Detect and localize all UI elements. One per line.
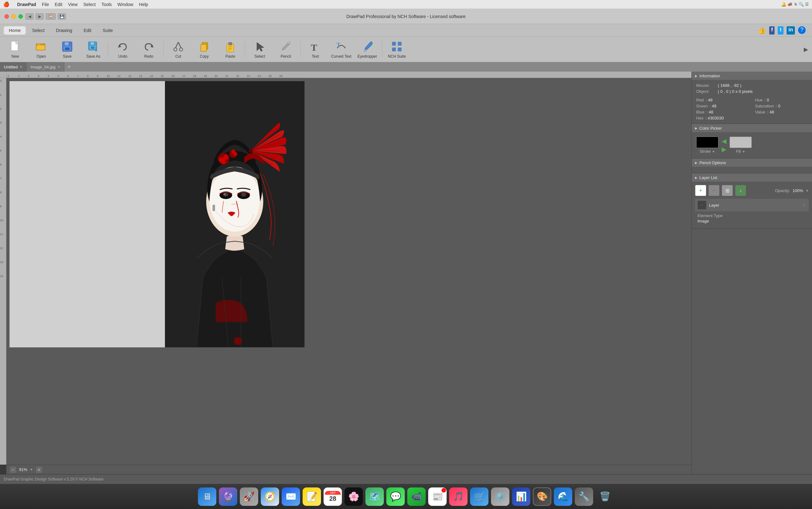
minimize-button[interactable] [11, 14, 16, 19]
fill-dropdown-arrow[interactable]: ▼ [742, 150, 745, 154]
forward-button[interactable]: ▶ [35, 13, 44, 20]
dock-launchpad[interactable]: 🚀 [240, 487, 258, 506]
dock-toolbox[interactable]: 🔧 [575, 487, 593, 506]
help-icon[interactable]: ? [798, 26, 806, 34]
stroke-dropdown-arrow[interactable]: ▼ [712, 150, 715, 154]
dock-messages[interactable]: 💬 [386, 487, 405, 506]
redo-tool-button[interactable]: Redo [136, 38, 161, 61]
remove-layer-button[interactable]: − [708, 185, 720, 196]
zoom-out-button[interactable]: − [9, 466, 17, 473]
toolbox-icon: 🔧 [579, 491, 590, 502]
export-layer-button[interactable]: ↓ [735, 185, 746, 196]
copy-tool-button[interactable]: Copy [192, 38, 217, 61]
dock-monodraw[interactable]: 📊 [512, 487, 530, 506]
save-tool-button[interactable]: Save [55, 38, 80, 61]
dock-stickies[interactable]: 🌊 [554, 487, 572, 506]
dock-news[interactable]: 📰 ! [428, 487, 447, 506]
nav-edit[interactable]: Edit [79, 26, 96, 35]
fullscreen-button[interactable] [19, 14, 23, 19]
hue-label: Hue [755, 98, 763, 102]
dock-appstore[interactable]: 🛒 [470, 487, 489, 506]
menubar-view[interactable]: View [68, 2, 78, 7]
dock-maps[interactable]: 🗺️ [365, 487, 384, 506]
dock-drawpad[interactable]: 🎨 [533, 487, 551, 506]
menubar-help[interactable]: Help [139, 2, 148, 7]
menubar-tools[interactable]: Tools [101, 2, 112, 7]
undo-tool-button[interactable]: Undo [110, 38, 135, 61]
canvas-area[interactable] [6, 78, 691, 465]
tab-image04-close[interactable]: ✕ [57, 65, 60, 69]
twitter-icon[interactable]: t [778, 26, 783, 35]
opacity-dropdown-arrow[interactable]: ▼ [806, 189, 809, 192]
dock-system-prefs[interactable]: ⚙️ [491, 487, 509, 506]
nav-suite[interactable]: Suite [98, 26, 118, 35]
pencil-options-header[interactable]: ▶ Pencil Options [692, 159, 812, 167]
dock-photos[interactable]: 🌸 [344, 487, 363, 506]
fill-color-swatch[interactable] [729, 137, 752, 148]
menubar-app-name[interactable]: DrawPad [17, 2, 36, 7]
canvas-image-element[interactable] [165, 81, 305, 347]
dock-safari[interactable]: 🧭 [261, 487, 279, 506]
menubar-select[interactable]: Select [84, 2, 96, 7]
dock-mail[interactable]: ✉️ [282, 487, 300, 506]
zoom-dropdown[interactable]: 91% [19, 467, 27, 472]
layer-visibility-check[interactable]: ✓ [802, 202, 806, 208]
eyedropper-tool-button[interactable]: Eyedropper [354, 38, 380, 61]
information-header[interactable]: ▶ Information [692, 72, 812, 80]
back-button[interactable]: ◀ [25, 13, 34, 20]
dock-calendar[interactable]: SEP 28 [323, 487, 342, 506]
stroke-color-swatch[interactable] [696, 137, 718, 148]
canvas-surface[interactable] [9, 81, 305, 347]
dock-trash[interactable]: 🗑️ [596, 487, 614, 506]
dock-finder[interactable]: 🖥 [198, 487, 216, 506]
cut-tool-button[interactable]: Cut [165, 38, 191, 61]
thumbs-up-icon[interactable]: 👍 [757, 26, 766, 35]
menubar-file[interactable]: File [42, 2, 49, 7]
nav-drawing[interactable]: Drawing [51, 26, 77, 35]
nav-select[interactable]: Select [27, 26, 50, 35]
open-tool-button[interactable]: Open [29, 38, 54, 61]
tab-image04[interactable]: Image_04.jpg ✕ [27, 62, 64, 72]
curved-text-tool-button[interactable]: T Curved Text [329, 38, 354, 61]
layer-collapse-icon[interactable]: − [697, 201, 707, 209]
select-tool-button[interactable]: Select [247, 38, 273, 61]
text-tool-button[interactable]: T Text [303, 38, 328, 61]
close-button[interactable] [4, 14, 9, 19]
save-as-tool-button[interactable]: + Save As [81, 38, 106, 61]
paste-tool-button[interactable]: Paste [218, 38, 243, 61]
merge-layer-button[interactable]: ⊞ [722, 185, 733, 196]
pencil-options-collapse-icon: ▶ [695, 161, 697, 165]
dock-music[interactable]: 🎵 [449, 487, 468, 506]
zoom-in-button[interactable]: + [35, 466, 42, 473]
pencil-tool-button[interactable]: Pencil [273, 38, 299, 61]
dock-notes[interactable]: 📝 [303, 487, 321, 506]
dock-siri[interactable]: 🔮 [219, 487, 237, 506]
home-button[interactable]: 🏠 [46, 13, 56, 20]
nch-suite-tool-button[interactable]: NCH Suite [384, 38, 409, 61]
swap-right-arrow[interactable]: ▶ [722, 145, 726, 153]
save-small-button[interactable]: 💾 [58, 13, 66, 20]
color-picker-header[interactable]: ▶ Color Picker [692, 124, 812, 132]
tab-untitled[interactable]: Untitled ✕ [0, 62, 27, 72]
menubar-edit[interactable]: Edit [55, 2, 62, 7]
layer-item[interactable]: − Layer ✓ [695, 199, 809, 211]
zoom-dropdown-arrow[interactable]: ▼ [30, 468, 33, 471]
linkedin-icon[interactable]: in [787, 26, 795, 35]
tab-add-button[interactable]: + [64, 62, 74, 72]
add-layer-button[interactable]: + [695, 185, 707, 196]
toolbar-more-button[interactable]: ▶ [803, 45, 809, 54]
layer-list-header[interactable]: ▶ Layer List [692, 173, 812, 181]
svg-point-50 [233, 152, 237, 156]
tab-untitled-close[interactable]: ✕ [20, 65, 23, 69]
opacity-value[interactable]: 100% [793, 188, 803, 193]
swap-left-arrow[interactable]: ◀ [722, 137, 726, 145]
apple-menu[interactable]: 🍎 [3, 1, 9, 7]
hex-value: : #303030 [706, 116, 724, 121]
menubar-window[interactable]: Window [117, 2, 133, 7]
facebook-icon[interactable]: f [769, 26, 775, 35]
siri-icon: 🔮 [223, 491, 234, 502]
new-tool-button[interactable]: New [3, 38, 28, 61]
dock-facetime[interactable]: 📹 [407, 487, 426, 506]
eyedropper-label: Eyedropper [357, 54, 377, 59]
nav-home[interactable]: Home [4, 26, 26, 35]
